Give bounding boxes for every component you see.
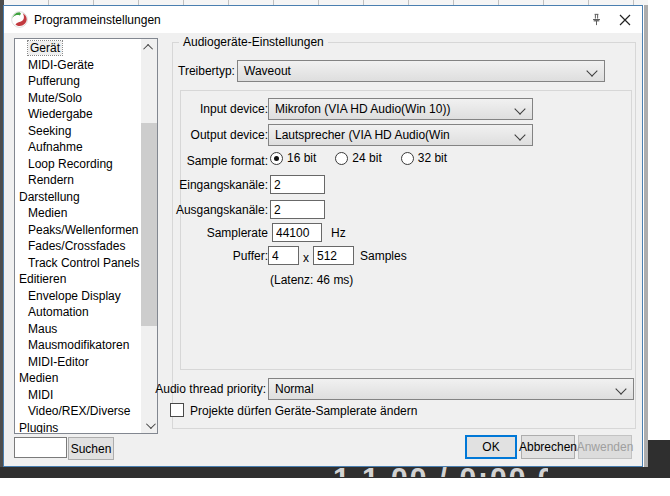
sidebar-item-label: Seeking: [28, 124, 71, 138]
thread-priority-label: Audio thread priority:: [84, 382, 266, 396]
sidebar-item-label: Mute/Solo: [28, 91, 82, 105]
sample-format-group: 16 bit24 bit32 bit: [270, 151, 447, 165]
sidebar-item-midi-ger-te[interactable]: MIDI-Geräte: [15, 57, 140, 74]
output-channels-field[interactable]: [270, 200, 325, 219]
sidebar-item-label: Pufferung: [28, 74, 80, 88]
dialog-shadow: [644, 5, 648, 467]
buffer-label: Puffer:: [84, 249, 268, 263]
sidebar-item-pufferung[interactable]: Pufferung: [15, 73, 140, 90]
transport-timecode: 1.1.00 / 0:00.000: [333, 467, 548, 477]
radio-label: 24 bit: [352, 151, 381, 165]
chevron-down-icon: [514, 129, 525, 140]
driver-type-value: Waveout: [244, 64, 291, 78]
buffer-times-label: x: [303, 251, 309, 265]
thread-priority-value: Normal: [275, 382, 314, 396]
thread-priority-select[interactable]: Normal: [268, 378, 634, 400]
sidebar-item-label: MIDI-Editor: [28, 355, 89, 369]
buffer-unit: Samples: [360, 249, 407, 263]
input-device-label: Input device:: [84, 102, 268, 116]
reaper-logo-icon: [11, 11, 28, 28]
close-icon[interactable]: [613, 9, 637, 30]
radio-label: 32 bit: [418, 151, 447, 165]
sidebar-item-envelope-display[interactable]: Envelope Display: [15, 288, 140, 305]
sidebar-item-label: Medien: [28, 206, 67, 220]
chevron-down-icon: [615, 383, 626, 394]
titlebar[interactable]: Programmeinstellungen: [4, 6, 642, 33]
sidebar-item-label: Maus: [28, 322, 57, 336]
radio-icon[interactable]: [270, 152, 283, 165]
sidebar-item-label: Plugins: [19, 421, 58, 435]
sidebar-item-plugins[interactable]: Plugins: [15, 420, 140, 435]
search-button[interactable]: Suchen: [68, 437, 114, 460]
sidebar-item-label: Wiedergabe: [28, 107, 93, 121]
sidebar-item-video-rex-diverse[interactable]: Video/REX/Diverse: [15, 403, 140, 420]
output-device-label: Output device:: [84, 128, 268, 142]
sidebar-item-label: Gerät: [28, 41, 62, 55]
buffer-size-field[interactable]: [313, 246, 354, 265]
input-channels-label: Eingangskanäle:: [84, 178, 268, 192]
radio-option-32-bit[interactable]: 32 bit: [401, 151, 447, 165]
ok-button[interactable]: OK: [465, 435, 517, 459]
sidebar-item-label: MIDI-Geräte: [28, 58, 94, 72]
sample-format-label: Sample format:: [84, 154, 268, 168]
pin-icon[interactable]: [584, 9, 608, 30]
radio-option-16-bit[interactable]: 16 bit: [270, 151, 316, 165]
radio-icon[interactable]: [335, 152, 348, 165]
sidebar-item-label: Medien: [19, 371, 58, 385]
sidebar-item-label: Mausmodifikatoren: [28, 338, 129, 352]
screen: 1.1.00 / 0:00.000 Programmeinstellungen: [0, 0, 670, 496]
output-channels-label: Ausgangskanäle:: [84, 203, 268, 217]
latency-note: (Latenz: 46 ms): [270, 273, 353, 287]
window-title: Programmeinstellungen: [34, 13, 161, 27]
output-device-select[interactable]: Lautsprecher (VIA HD Audio(Win: [268, 124, 533, 146]
samplerate-field[interactable]: [272, 223, 322, 242]
samplerate-unit: Hz: [331, 226, 346, 240]
group-title: Audiogeräte-Einstellungen: [179, 35, 328, 49]
driver-type-select[interactable]: Waveout: [237, 60, 605, 82]
sidebar-item-mausmodifikatoren[interactable]: Mausmodifikatoren: [15, 337, 140, 354]
radio-label: 16 bit: [287, 151, 316, 165]
samplerate-label: Samplerate: [84, 226, 268, 240]
chevron-down-icon: [514, 103, 525, 114]
sidebar-item-label: Aufnahme: [28, 140, 83, 154]
output-device-value: Lautsprecher (VIA HD Audio(Win: [275, 128, 450, 142]
sidebar-item-label: Darstellung: [19, 190, 80, 204]
input-channels-field[interactable]: [270, 175, 325, 194]
sidebar-item-automation[interactable]: Automation: [15, 304, 140, 321]
search-input[interactable]: [14, 437, 67, 458]
input-device-value: Mikrofon (VIA HD Audio(Win 10)): [275, 102, 450, 116]
sidebar-item-label: Rendern: [28, 173, 74, 187]
scroll-up-icon[interactable]: [141, 39, 157, 55]
sidebar-item-midi-editor[interactable]: MIDI-Editor: [15, 354, 140, 371]
preferences-dialog: Programmeinstellungen GerätMIDI-GerätePu…: [3, 5, 643, 467]
sidebar-item-label: Automation: [28, 305, 89, 319]
sidebar-item-maus[interactable]: Maus: [15, 321, 140, 338]
sidebar-item-label: Envelope Display: [28, 289, 121, 303]
sidebar-item-label: MIDI: [28, 388, 53, 402]
driver-type-label: Treibertyp:: [178, 64, 235, 78]
cancel-button[interactable]: Abbrechen: [521, 435, 575, 459]
sidebar-item-ger-t[interactable]: Gerät: [15, 40, 140, 57]
chevron-down-icon: [586, 65, 597, 76]
apply-button[interactable]: Anwenden: [578, 435, 632, 459]
radio-icon[interactable]: [401, 152, 414, 165]
input-device-select[interactable]: Mikrofon (VIA HD Audio(Win 10)): [268, 98, 533, 120]
allow-samplerate-label: Projekte dürfen Geräte-Samplerate ändern: [190, 404, 417, 418]
scroll-down-icon[interactable]: [141, 417, 157, 433]
sidebar-item-label: Video/REX/Diverse: [28, 404, 131, 418]
sidebar-item-editieren[interactable]: Editieren: [15, 271, 140, 288]
buffer-count-field[interactable]: [268, 246, 299, 265]
sidebar-item-label: Editieren: [19, 272, 66, 286]
radio-option-24-bit[interactable]: 24 bit: [335, 151, 381, 165]
allow-samplerate-checkbox[interactable]: [170, 403, 184, 417]
